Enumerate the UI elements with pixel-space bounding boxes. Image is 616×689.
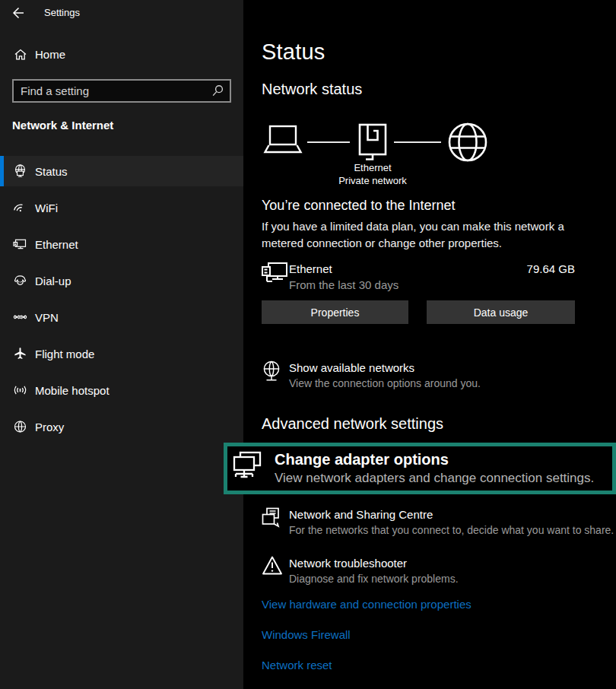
- wifi-icon: [13, 201, 27, 215]
- sidebar-item-label: Status: [35, 165, 68, 178]
- sharing-centre-subtitle: For the networks that you connect to, de…: [289, 524, 614, 536]
- diagram-connection-name: Ethernet: [325, 162, 420, 173]
- status-page: Status Network status Ethernet: [243, 0, 616, 689]
- sidebar-item-label: VPN: [35, 311, 59, 324]
- internet-globe-icon: [447, 122, 488, 163]
- ethernet-monitor-icon: [13, 237, 27, 252]
- link-windows-firewall[interactable]: Windows Firewall: [262, 628, 351, 641]
- sidebar-item-home[interactable]: Home: [0, 43, 243, 68]
- sidebar-item-label: Dial-up: [35, 275, 71, 287]
- page-title: Status: [262, 40, 325, 65]
- sharing-centre-title[interactable]: Network and Sharing Centre: [289, 508, 433, 521]
- sidebar-item-dialup[interactable]: Dial-up: [0, 265, 243, 296]
- warning-triangle-icon[interactable]: [262, 555, 283, 576]
- sidebar-item-flight-mode[interactable]: Flight mode: [0, 338, 243, 369]
- search-input[interactable]: [14, 81, 211, 101]
- available-networks-icon[interactable]: [262, 360, 281, 383]
- connection-line: [307, 141, 350, 143]
- connection-status-heading: You’re connected to the Internet: [262, 198, 456, 214]
- app-title: Settings: [44, 7, 80, 18]
- search-box: [12, 79, 231, 103]
- properties-button[interactable]: Properties: [262, 300, 408, 324]
- sidebar-item-wifi[interactable]: WiFi: [0, 192, 243, 223]
- sidebar-item-ethernet[interactable]: Ethernet: [0, 229, 243, 259]
- status-globe-icon: [13, 164, 27, 179]
- settings-window: Settings Home Network & Internet: [0, 0, 616, 689]
- connection-line: [394, 141, 441, 143]
- data-usage-button[interactable]: Data usage: [427, 300, 575, 324]
- airplane-icon: [13, 347, 27, 361]
- ethernet-plug-icon: [357, 123, 388, 161]
- network-status-heading: Network status: [262, 81, 362, 98]
- show-networks-title[interactable]: Show available networks: [289, 361, 414, 374]
- sidebar-item-label: Home: [35, 48, 65, 61]
- show-networks-subtitle: View the connection options around you.: [289, 377, 481, 389]
- selection-indicator: [0, 156, 4, 186]
- sharing-centre-icon[interactable]: [262, 507, 282, 528]
- diagram-network-type: Private network: [325, 175, 420, 186]
- laptop-icon: [262, 125, 304, 158]
- sidebar-section-heading: Network & Internet: [12, 119, 113, 132]
- change-adapter-options-item[interactable]: Change adapter options View network adap…: [224, 443, 616, 494]
- sidebar-item-label: Mobile hotspot: [35, 384, 110, 397]
- connection-status-body: If you have a limited data plan, you can…: [262, 218, 605, 252]
- sidebar-item-mobile-hotspot[interactable]: Mobile hotspot: [0, 375, 243, 405]
- troubleshooter-title[interactable]: Network troubleshooter: [289, 557, 407, 570]
- link-network-reset[interactable]: Network reset: [262, 659, 332, 672]
- usage-period: From the last 30 days: [289, 278, 398, 291]
- link-view-hardware-properties[interactable]: View hardware and connection properties: [262, 598, 472, 611]
- search-icon[interactable]: [211, 84, 224, 97]
- hotspot-icon: [13, 383, 27, 398]
- sidebar-item-label: Proxy: [35, 421, 64, 433]
- sidebar-item-proxy[interactable]: Proxy: [0, 411, 243, 442]
- sidebar-item-label: Flight mode: [35, 348, 94, 360]
- back-arrow-icon: [11, 6, 25, 20]
- sidebar-item-status[interactable]: Status: [0, 156, 243, 186]
- sidebar-item-vpn[interactable]: VPN: [0, 302, 243, 332]
- network-adapters-icon: [233, 451, 262, 486]
- sidebar-item-label: WiFi: [35, 202, 58, 214]
- back-button[interactable]: [11, 6, 25, 20]
- dialup-phone-icon: [13, 274, 27, 288]
- sidebar-item-label: Ethernet: [35, 238, 78, 251]
- home-icon: [14, 48, 27, 62]
- change-adapter-options-title: Change adapter options: [275, 451, 594, 468]
- usage-amount: 79.64 GB: [262, 262, 575, 275]
- troubleshooter-subtitle: Diagnose and fix network problems.: [289, 573, 459, 585]
- advanced-settings-heading: Advanced network settings: [262, 415, 443, 433]
- sidebar: Settings Home Network & Internet: [0, 0, 243, 689]
- proxy-globe-icon: [13, 420, 27, 434]
- vpn-icon: [13, 310, 27, 325]
- change-adapter-options-subtitle: View network adapters and change connect…: [275, 470, 594, 486]
